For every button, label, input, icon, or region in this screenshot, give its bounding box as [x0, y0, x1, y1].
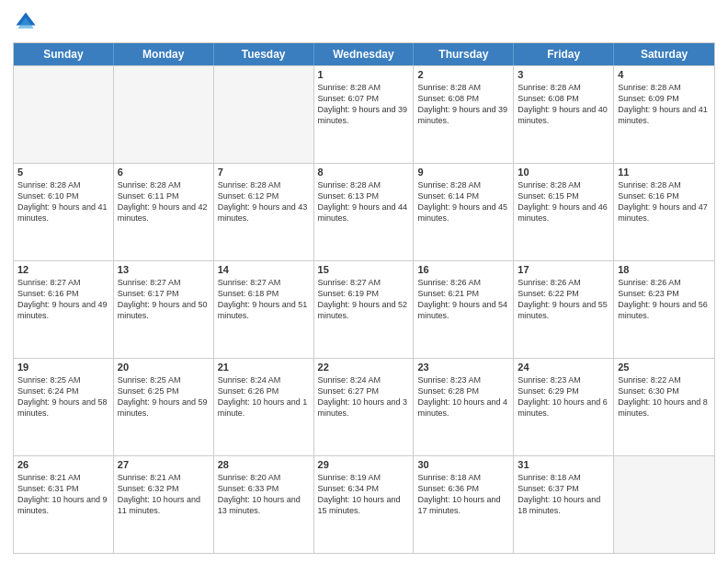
day-number: 29 — [318, 459, 410, 470]
day-info: Sunrise: 8:28 AM Sunset: 6:08 PM Dayligh… — [518, 82, 609, 127]
day-number: 3 — [518, 69, 609, 80]
day-info: Sunrise: 8:20 AM Sunset: 6:33 PM Dayligh… — [218, 472, 310, 517]
day-info: Sunrise: 8:27 AM Sunset: 6:18 PM Dayligh… — [218, 277, 310, 322]
day-number: 20 — [118, 362, 210, 373]
day-info: Sunrise: 8:23 AM Sunset: 6:29 PM Dayligh… — [518, 374, 609, 419]
day-info: Sunrise: 8:25 AM Sunset: 6:24 PM Dayligh… — [17, 374, 109, 419]
calendar-day-28: 28Sunrise: 8:20 AM Sunset: 6:33 PM Dayli… — [214, 456, 314, 553]
calendar-day-24: 24Sunrise: 8:23 AM Sunset: 6:29 PM Dayli… — [514, 359, 614, 455]
day-number: 14 — [218, 264, 310, 275]
calendar-body: 1Sunrise: 8:28 AM Sunset: 6:07 PM Daylig… — [14, 65, 714, 553]
day-info: Sunrise: 8:28 AM Sunset: 6:16 PM Dayligh… — [618, 179, 711, 224]
day-info: Sunrise: 8:18 AM Sunset: 6:36 PM Dayligh… — [417, 472, 509, 517]
calendar-day-11: 11Sunrise: 8:28 AM Sunset: 6:16 PM Dayli… — [614, 164, 714, 260]
day-number: 23 — [417, 362, 509, 373]
day-number: 15 — [318, 264, 410, 275]
calendar-day-30: 30Sunrise: 8:18 AM Sunset: 6:36 PM Dayli… — [414, 456, 514, 553]
calendar-day-16: 16Sunrise: 8:26 AM Sunset: 6:21 PM Dayli… — [414, 261, 514, 358]
day-number: 25 — [618, 362, 711, 373]
day-info: Sunrise: 8:25 AM Sunset: 6:25 PM Dayligh… — [118, 374, 210, 419]
day-info: Sunrise: 8:28 AM Sunset: 6:08 PM Dayligh… — [417, 82, 509, 127]
day-info: Sunrise: 8:28 AM Sunset: 6:10 PM Dayligh… — [17, 179, 109, 224]
day-info: Sunrise: 8:21 AM Sunset: 6:31 PM Dayligh… — [17, 472, 109, 517]
calendar-day-1: 1Sunrise: 8:28 AM Sunset: 6:07 PM Daylig… — [314, 66, 415, 163]
weekday-header: Monday — [114, 43, 214, 65]
calendar-day-empty — [214, 66, 314, 163]
day-number: 28 — [218, 459, 310, 470]
calendar-day-23: 23Sunrise: 8:23 AM Sunset: 6:28 PM Dayli… — [414, 359, 514, 455]
day-number: 26 — [17, 459, 109, 470]
day-number: 17 — [518, 264, 609, 275]
day-number: 2 — [417, 69, 509, 80]
day-info: Sunrise: 8:18 AM Sunset: 6:37 PM Dayligh… — [518, 472, 609, 517]
day-number: 12 — [17, 264, 109, 275]
day-info: Sunrise: 8:28 AM Sunset: 6:13 PM Dayligh… — [318, 179, 410, 224]
day-info: Sunrise: 8:27 AM Sunset: 6:16 PM Dayligh… — [17, 277, 109, 322]
calendar: SundayMondayTuesdayWednesdayThursdayFrid… — [13, 42, 715, 554]
weekday-header: Sunday — [14, 43, 114, 65]
day-number: 10 — [518, 167, 609, 178]
calendar-day-15: 15Sunrise: 8:27 AM Sunset: 6:19 PM Dayli… — [314, 261, 415, 358]
logo-icon — [13, 9, 39, 35]
day-info: Sunrise: 8:24 AM Sunset: 6:26 PM Dayligh… — [218, 374, 310, 419]
day-number: 24 — [518, 362, 609, 373]
day-number: 4 — [618, 69, 711, 80]
day-number: 21 — [218, 362, 310, 373]
calendar-day-9: 9Sunrise: 8:28 AM Sunset: 6:14 PM Daylig… — [414, 164, 514, 260]
day-info: Sunrise: 8:28 AM Sunset: 6:15 PM Dayligh… — [518, 179, 609, 224]
calendar-day-14: 14Sunrise: 8:27 AM Sunset: 6:18 PM Dayli… — [214, 261, 314, 358]
calendar-day-25: 25Sunrise: 8:22 AM Sunset: 6:30 PM Dayli… — [614, 359, 714, 455]
day-info: Sunrise: 8:27 AM Sunset: 6:19 PM Dayligh… — [318, 277, 410, 322]
calendar-week: 26Sunrise: 8:21 AM Sunset: 6:31 PM Dayli… — [14, 455, 714, 553]
calendar-day-3: 3Sunrise: 8:28 AM Sunset: 6:08 PM Daylig… — [514, 66, 614, 163]
day-number: 18 — [618, 264, 711, 275]
day-number: 13 — [118, 264, 210, 275]
calendar-day-empty — [14, 66, 114, 163]
day-info: Sunrise: 8:26 AM Sunset: 6:22 PM Dayligh… — [518, 277, 609, 322]
calendar-day-20: 20Sunrise: 8:25 AM Sunset: 6:25 PM Dayli… — [114, 359, 214, 455]
day-number: 27 — [118, 459, 210, 470]
calendar-day-empty — [114, 66, 214, 163]
calendar-day-27: 27Sunrise: 8:21 AM Sunset: 6:32 PM Dayli… — [114, 456, 214, 553]
calendar-header-row: SundayMondayTuesdayWednesdayThursdayFrid… — [14, 43, 714, 65]
day-number: 6 — [118, 167, 210, 178]
day-info: Sunrise: 8:19 AM Sunset: 6:34 PM Dayligh… — [318, 472, 410, 517]
logo — [13, 9, 42, 35]
day-info: Sunrise: 8:26 AM Sunset: 6:21 PM Dayligh… — [417, 277, 509, 322]
calendar-day-26: 26Sunrise: 8:21 AM Sunset: 6:31 PM Dayli… — [14, 456, 114, 553]
day-info: Sunrise: 8:28 AM Sunset: 6:09 PM Dayligh… — [618, 82, 711, 127]
calendar-week: 19Sunrise: 8:25 AM Sunset: 6:24 PM Dayli… — [14, 358, 714, 455]
day-number: 11 — [618, 167, 711, 178]
day-number: 5 — [17, 167, 109, 178]
calendar-day-19: 19Sunrise: 8:25 AM Sunset: 6:24 PM Dayli… — [14, 359, 114, 455]
weekday-header: Thursday — [414, 43, 514, 65]
day-info: Sunrise: 8:27 AM Sunset: 6:17 PM Dayligh… — [118, 277, 210, 322]
day-number: 19 — [17, 362, 109, 373]
calendar-day-17: 17Sunrise: 8:26 AM Sunset: 6:22 PM Dayli… — [514, 261, 614, 358]
day-number: 16 — [417, 264, 509, 275]
day-number: 22 — [318, 362, 410, 373]
day-number: 30 — [417, 459, 509, 470]
day-info: Sunrise: 8:22 AM Sunset: 6:30 PM Dayligh… — [618, 374, 711, 419]
weekday-header: Saturday — [614, 43, 714, 65]
day-info: Sunrise: 8:28 AM Sunset: 6:07 PM Dayligh… — [318, 82, 410, 127]
day-number: 9 — [417, 167, 509, 178]
page: SundayMondayTuesdayWednesdayThursdayFrid… — [0, 0, 728, 563]
day-info: Sunrise: 8:28 AM Sunset: 6:11 PM Dayligh… — [118, 179, 210, 224]
calendar-day-2: 2Sunrise: 8:28 AM Sunset: 6:08 PM Daylig… — [414, 66, 514, 163]
calendar-day-8: 8Sunrise: 8:28 AM Sunset: 6:13 PM Daylig… — [314, 164, 415, 260]
calendar-day-4: 4Sunrise: 8:28 AM Sunset: 6:09 PM Daylig… — [614, 66, 714, 163]
calendar-day-31: 31Sunrise: 8:18 AM Sunset: 6:37 PM Dayli… — [514, 456, 614, 553]
calendar-day-18: 18Sunrise: 8:26 AM Sunset: 6:23 PM Dayli… — [614, 261, 714, 358]
weekday-header: Wednesday — [314, 43, 415, 65]
calendar-day-22: 22Sunrise: 8:24 AM Sunset: 6:27 PM Dayli… — [314, 359, 415, 455]
calendar-day-29: 29Sunrise: 8:19 AM Sunset: 6:34 PM Dayli… — [314, 456, 415, 553]
day-info: Sunrise: 8:28 AM Sunset: 6:12 PM Dayligh… — [218, 179, 310, 224]
day-info: Sunrise: 8:24 AM Sunset: 6:27 PM Dayligh… — [318, 374, 410, 419]
day-number: 1 — [318, 69, 410, 80]
calendar-day-21: 21Sunrise: 8:24 AM Sunset: 6:26 PM Dayli… — [214, 359, 314, 455]
calendar-day-empty — [614, 456, 714, 553]
day-info: Sunrise: 8:23 AM Sunset: 6:28 PM Dayligh… — [417, 374, 509, 419]
day-number: 7 — [218, 167, 310, 178]
day-number: 8 — [318, 167, 410, 178]
